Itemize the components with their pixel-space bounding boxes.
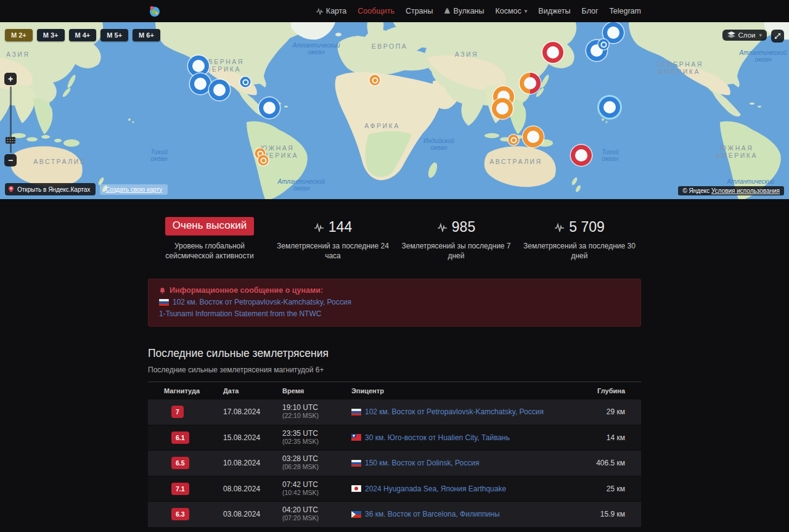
stat-number: 985 bbox=[452, 219, 475, 235]
flag-ru-icon bbox=[159, 299, 169, 306]
epicenter-link[interactable]: 2024 Hyuganada Sea, Япония Earthquake bbox=[365, 485, 506, 493]
nav-item-blog[interactable]: Блог bbox=[582, 7, 599, 15]
map-copyright: © Яндекс Условия использования bbox=[678, 186, 784, 195]
fullscreen-button[interactable] bbox=[771, 30, 784, 43]
earthquake-marker[interactable] bbox=[571, 145, 592, 166]
yandex-copyright: © Яндекс bbox=[682, 187, 709, 194]
filter-button-m2[interactable]: M 2+ bbox=[5, 29, 33, 41]
epicenter-link[interactable]: 36 км. Восток от Barcelona, Филиппины bbox=[365, 510, 500, 518]
open-in-yandex-label: Открыть в Яндекс.Картах bbox=[17, 186, 90, 193]
depth-cell: 14 км bbox=[566, 433, 625, 442]
magnitude-badge: 7.1 bbox=[171, 483, 189, 495]
stat-value: 985 bbox=[437, 217, 475, 235]
earthquake-marker[interactable] bbox=[599, 39, 609, 50]
nav-label: Страны bbox=[406, 7, 433, 15]
earthquake-marker[interactable] bbox=[258, 155, 269, 166]
flag-tw-icon bbox=[351, 434, 361, 441]
earthquake-marker[interactable] bbox=[523, 126, 544, 147]
time-msk: (02:35 MSK) bbox=[282, 438, 351, 446]
chevron-down-icon: ▾ bbox=[759, 32, 762, 38]
epicenter-link[interactable]: 150 км. Восток от Dolinsk, Россия bbox=[365, 459, 479, 467]
magnitude-cell: 6.5 bbox=[164, 457, 223, 469]
layers-button[interactable]: Слои ▾ bbox=[722, 30, 767, 41]
zoom-slider-handle[interactable] bbox=[6, 137, 16, 144]
epicenter-cell: 150 км. Восток от Dolinsk, Россия bbox=[351, 459, 566, 467]
nav-label: Вулканы bbox=[453, 7, 484, 15]
time-cell: 07:42 UTC(10:42 MSK) bbox=[282, 481, 351, 497]
marker-dot bbox=[243, 80, 247, 84]
marker-inner bbox=[194, 78, 206, 90]
globe-icon bbox=[148, 5, 160, 17]
nav-item-volcanoes[interactable]: Вулканы bbox=[444, 7, 484, 15]
date-cell: 10.08.2024 bbox=[223, 459, 282, 467]
time-msk: (07:20 MSK) bbox=[282, 514, 351, 522]
depth-cell: 406.5 км bbox=[566, 459, 625, 467]
epicenter-link[interactable]: 102 км. Восток от Petropavlovsk-Kamchats… bbox=[365, 407, 544, 416]
activity-level-label: Уровень глобальной сейсмической активнос… bbox=[152, 241, 268, 261]
nav-item-widgets[interactable]: Виджеты bbox=[538, 7, 570, 15]
nav-item-telegram[interactable]: Telegram bbox=[610, 7, 641, 15]
table-row: 6.303.08.202404:20 UTC(07:20 MSK)36 км. … bbox=[148, 502, 641, 528]
epicenter-link[interactable]: 30 км. Юго-восток от Hualien City, Тайва… bbox=[365, 433, 510, 442]
date-cell: 17.08.2024 bbox=[223, 407, 282, 416]
time-cell: 23:35 UTC(02:35 MSK) bbox=[282, 430, 351, 446]
marker-inner bbox=[547, 46, 559, 59]
nav-label: Космос bbox=[496, 7, 521, 15]
tsunami-link[interactable]: 102 км. Восток от Petropavlovsk-Kamchats… bbox=[173, 298, 351, 306]
earthquake-marker[interactable] bbox=[370, 75, 380, 86]
depth-cell: 25 км bbox=[566, 485, 625, 493]
nav-item-space[interactable]: Космос▾ bbox=[496, 7, 528, 15]
filter-button-m3[interactable]: M 3+ bbox=[37, 29, 65, 41]
earthquake-marker[interactable] bbox=[542, 42, 563, 63]
nav-item-map[interactable]: Карта bbox=[316, 7, 346, 15]
nav-item-report[interactable]: Сообщить bbox=[358, 7, 394, 15]
earthquake-map[interactable]: АЗИЯЕВРОПААЗИЯАФРИКААВСТРАЛИЯАВСТРАЛИЯСЕ… bbox=[0, 22, 789, 199]
marker-inner bbox=[607, 27, 619, 39]
epicenter-cell: 30 км. Юго-восток от Hualien City, Тайва… bbox=[351, 433, 566, 442]
terms-of-use-link[interactable]: Условия использования bbox=[711, 187, 780, 194]
volcano-icon bbox=[444, 8, 451, 14]
marker-inner bbox=[575, 149, 587, 162]
earthquake-marker[interactable] bbox=[209, 80, 230, 100]
zoom-slider[interactable] bbox=[10, 86, 12, 153]
stat-label: Землетрясений зы последние 7 дней bbox=[398, 241, 514, 261]
flag-jp-icon bbox=[351, 485, 361, 492]
marker-inner bbox=[527, 131, 539, 143]
table-row: 6.115.08.202423:35 UTC(02:35 MSK)30 км. … bbox=[148, 425, 641, 451]
earthquake-marker[interactable] bbox=[520, 73, 541, 94]
open-in-yandex-maps-button[interactable]: Открыть в Яндекс.Картах bbox=[5, 183, 96, 195]
marker-inner bbox=[263, 102, 276, 114]
stat-value: 144 bbox=[314, 217, 352, 235]
epicenter-cell: 2024 Hyuganada Sea, Япония Earthquake bbox=[351, 485, 566, 493]
filter-button-m6[interactable]: M 6+ bbox=[133, 29, 160, 41]
earthquake-marker[interactable] bbox=[599, 97, 620, 118]
earthquake-marker[interactable] bbox=[190, 73, 211, 94]
zoom-in-button[interactable]: + bbox=[4, 73, 17, 85]
create-map-link[interactable]: Создать свою карту bbox=[100, 184, 168, 195]
marker-inner bbox=[213, 84, 226, 96]
earthquake-marker[interactable] bbox=[240, 77, 251, 88]
nav-label: Блог bbox=[582, 7, 599, 15]
magnitude-cell: 7 bbox=[164, 406, 223, 418]
magnitude-cell: 6.1 bbox=[164, 432, 223, 444]
recent-quakes-title: Последние сильные землетрясения bbox=[148, 347, 641, 360]
seismo-icon bbox=[316, 8, 324, 15]
stat-card: 144Землетрясений за последние 24 часа bbox=[271, 217, 394, 261]
tsunami-link[interactable]: 1-Tsunami Information Statement from the… bbox=[159, 309, 321, 318]
filter-button-m5[interactable]: M 5+ bbox=[100, 29, 128, 41]
earthquake-marker[interactable] bbox=[259, 97, 280, 118]
filter-button-m4[interactable]: M 4+ bbox=[69, 29, 97, 41]
date-cell: 15.08.2024 bbox=[223, 433, 282, 442]
recent-quakes-subtitle: Последние сильные землетрясения магнитуд… bbox=[148, 366, 641, 374]
layers-icon bbox=[727, 31, 735, 39]
zoom-out-button[interactable]: − bbox=[4, 154, 17, 166]
seismogram-icon bbox=[314, 219, 324, 235]
nav-item-countries[interactable]: Страны bbox=[406, 7, 433, 15]
magnitude-badge: 6.5 bbox=[171, 457, 189, 469]
tsunami-link-row: 102 км. Восток от Petropavlovsk-Kamchats… bbox=[159, 298, 630, 306]
earthquake-marker[interactable] bbox=[492, 98, 513, 119]
site-logo[interactable] bbox=[148, 5, 160, 17]
recent-quakes-table: МагнитудаДатаВремяЭпицентрГлубина 717.08… bbox=[148, 382, 641, 528]
date-cell: 03.08.2024 bbox=[223, 510, 282, 518]
earthquake-marker[interactable] bbox=[509, 135, 519, 145]
